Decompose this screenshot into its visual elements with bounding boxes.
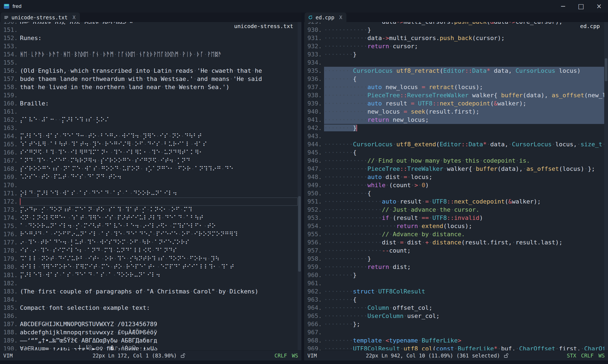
code-line[interactable]: 182. [0, 279, 298, 287]
code-line[interactable]: 955.················//·Advance·by·distan… [304, 230, 604, 238]
whitespace-dots: · [181, 133, 184, 139]
code-line[interactable]: 185.Compact·font·selection·example·text: [0, 304, 298, 312]
code-line[interactable]: 190.∀∂∈ℝ∧∪≡∞·↑↗↨↻⇣·┐┼╔╘░►☺♀·ﬁ�⑀₂ἠḂӥẄɐː⍎א… [0, 345, 298, 350]
code-line[interactable]: 963.········{ [304, 296, 604, 304]
tab-unicode-stress[interactable]: unicode-stress.txt X [1, 13, 80, 22]
tab-ed-cpp[interactable]: ed.cpp X [305, 13, 346, 22]
code-line[interactable]: 168.⡎⠊⠗⠕⠕⠛⠑⠰⠎·⠝⠁⠍⠑·⠺⠁⠎·⠛⠕⠕⠙·⠥⠏⠕⠝·⠰⡡⠁⠝⠛⠑⠂… [0, 165, 298, 173]
code-line[interactable]: 944.········CursorLocus·utf8_extend(Edit… [304, 140, 604, 148]
code-line[interactable]: 167.⠁⠝⠙·⠹⠑·⠡⠊⠑⠋·⠍⠳⠗⠝⠻⠲·⡎⠊⠗⠕⠕⠛⠑·⠎⠊⠛⠝⠫·⠊⠞⠲… [0, 157, 298, 165]
code-line[interactable]: 934. [304, 59, 604, 67]
scrollbar-thumb[interactable] [605, 58, 607, 81]
code-line[interactable]: 966.········}; [304, 320, 604, 328]
code-line[interactable]: 937.············auto·new_locus·=·retract… [304, 83, 604, 91]
code-line[interactable]: 165.⠱⠁⠞⠑⠧⠻·⠁⠃⠳⠞·⠹⠁⠞⠲·⡹⠑·⠗⠑⠛⠊⠌⠻·⠕⠋·⠙⠊⠎·⠃⠥… [0, 140, 298, 148]
code-line[interactable]: 178.⠊⠎·⠔·⠹⠑·⠎⠊⠍⠊⠇⠑⠆·⠁⠝⠙·⠍⠹·⠥⠝⠙⠁⠇⠇⠪⠫·⠙⠁⠝⠙… [0, 247, 298, 255]
code-line[interactable]: 176.⠗⠑⠛⠜⠙·⠁·⠊⠕⠋⠋⠔⠤⠝⠁⠊⠇·⠁⠎·⠹⠑·⠙⠑⠁⠙⠑⠌·⠏⠊⠑⠊… [0, 230, 298, 238]
code-line[interactable]: 961. [304, 279, 604, 287]
code-line[interactable]: 960.········} [304, 271, 604, 279]
code-line[interactable]: 950.············{ [304, 189, 604, 198]
tab-close-icon[interactable]: X [339, 14, 342, 20]
code-line[interactable]: 947.············PieceTree::TreeWalker·wa… [304, 165, 604, 173]
code-line[interactable]: 959.············return·dist; [304, 263, 604, 271]
code-line[interactable]: 969.········UTF8ColResult·utf8_col(const… [304, 345, 604, 350]
code-line[interactable]: 954.····················return·extend(lo… [304, 222, 604, 230]
code-line[interactable]: 154.ᚻᛖ·ᚳᚹᚫᚦ·ᚦᚫᛏ·ᚻᛖ·ᛒᚢᛞᛖ·ᚩᚾ·ᚦᚫᛗ·ᛚᚪᚾᛞᛖ·ᚾᚩᚱ… [0, 50, 298, 59]
code-line[interactable]: 179.⠩⠁⠇⠇·⠝⠕⠞·⠙⠊⠌⠥⠗⠃·⠊⠞⠂·⠕⠗·⠹⠑·⡊⠳⠝⠞⠗⠹⠰⠎·⠙… [0, 255, 298, 263]
whitespace-dots: ·· [54, 116, 62, 123]
code-line[interactable]: 157.bude·thaem·lande·northweardum·with·t… [0, 75, 298, 83]
token: :: [432, 100, 440, 107]
code-line[interactable]: 163. [0, 124, 298, 132]
code-line[interactable]: 946.············//·Find·out·how·many·byt… [304, 157, 604, 165]
code-line[interactable]: 938.············PieceTree::ReverseTreeWa… [304, 91, 604, 99]
code-line[interactable]: 189.–—‘“”„†•…‰™œŠŸž€·ΑΒΓΔΩαβγδω·АБВГДабв… [0, 336, 298, 345]
scrollbar-thumb[interactable] [298, 196, 301, 272]
editor-left[interactable]: 150.ሰው·እንደቤቱ·እንጅ·እንደ·ጉረቤቱ·አይተዳደርም።151.15… [0, 22, 301, 350]
code-line[interactable]: 945.········{ [304, 148, 604, 157]
code-line[interactable]: 155. [0, 59, 298, 67]
code-line[interactable]: 939.············auto·result·=·UTF8::next… [304, 99, 604, 108]
maximize-button[interactable]: □ [572, 0, 590, 13]
code-line[interactable]: 936.········{ [304, 75, 604, 83]
code-line[interactable]: 156.(Old·English,·which·transcribed·into… [0, 67, 298, 75]
whitespace-dots: · [126, 239, 130, 246]
code-line[interactable]: 177.⠔·⠹⠑·⠞⠗⠁⠙⠑⠲·⡃⠥⠞·⠹⠑·⠺⠊⠎⠙⠕⠍·⠕⠋·⠳⠗·⠁⠝⠊⠑… [0, 238, 298, 247]
code-line[interactable]: 180.⠺⠊⠇⠇·⠹⠻⠑⠋⠕⠗⠑·⠏⠻⠍⠊⠞·⠍⠑·⠞⠕·⠗⠑⠏⠑⠁⠞⠂·⠑⠍⠏… [0, 263, 298, 271]
whitespace-dots: · [99, 22, 103, 25]
code-line[interactable]: 940.············new_locus·=·seek(result.… [304, 108, 604, 116]
code-line[interactable]: 174.⠪⠝·⠅⠝⠪⠇⠫⠛⠑⠂·⠱⠁⠞·⠹⠻⠑·⠊⠎·⠏⠜⠞⠊⠊⠥⠇⠜⠇⠹·⠙⠑… [0, 214, 298, 222]
code-line[interactable]: 153. [0, 42, 298, 50]
code-line[interactable]: 159. [0, 91, 298, 99]
code-line[interactable]: 164.⡍⠜⠇⠑⠹·⠺⠁⠎·⠙⠑⠁⠙⠒·⠞⠕·⠃⠑⠛⠔·⠺⠊⠹⠲·⡹⠻⠑·⠊⠎·… [0, 132, 298, 140]
scrollbar-left[interactable] [298, 22, 301, 350]
code-line[interactable]: 967. [304, 328, 604, 336]
code-line[interactable]: 956.················dist·=·dist·+·distan… [304, 238, 604, 247]
code-line[interactable]: 184. [0, 296, 298, 304]
whitespace-dots: · [45, 51, 49, 58]
code-line[interactable]: 929.················data->multi_cursors.… [304, 22, 604, 26]
code-line[interactable]: 172. [0, 198, 298, 206]
code-line[interactable]: 173.⡍⠔⠙⠖·⡊·⠙⠕⠝⠰⠞·⠍⠑⠁⠝·⠞⠕·⠎⠁⠹·⠹⠁⠞·⡊·⠅⠝⠪⠂·… [0, 206, 298, 214]
code-line[interactable]: 175.⠁·⠙⠕⠕⠗⠤⠝⠁⠊⠇⠲·⡊·⠍⠊⠣⠞·⠙⠁⠧⠑·⠃⠑⠲·⠔⠊⠇⠔⠫⠂·… [0, 222, 298, 230]
code-line[interactable]: 962.········struct·UTF8ColResult [304, 287, 604, 296]
code-line[interactable]: 958.············} [304, 255, 604, 263]
code-line[interactable]: 162.⡌⠁⠧⠑·⠼⠁⠒··⡍⠜⠇⠑⠹⠰⠎·⡣⠕⠌ [0, 116, 298, 124]
code-line[interactable]: 183.(The·first·couple·of·paragraphs·of·"… [0, 287, 298, 296]
code-line[interactable]: 152.Runes: [0, 34, 298, 42]
code-line[interactable]: 943. [304, 132, 604, 140]
code-line[interactable]: 161. [0, 108, 298, 116]
code-line[interactable]: 932.············return·cursor; [304, 42, 604, 50]
code-line[interactable]: 181.⡍⠜⠇⠑⠹·⠺⠁⠎·⠁⠎·⠙⠑⠁⠙·⠁⠎·⠁·⠙⠕⠕⠗⠤⠝⠁⠊⠇⠲ [0, 271, 298, 279]
code-line[interactable]: 964.············Column·offset_col; [304, 304, 604, 312]
code-line[interactable]: 186. [0, 312, 298, 320]
code-line[interactable]: 160.Braille: [0, 99, 298, 108]
code-line[interactable]: 170. [0, 181, 298, 189]
code-line[interactable]: 169.⠡⠕⠎⠑·⠞⠕·⠏⠥⠞·⠙⠊⠎·⠙⠁⠝⠙·⠞⠕⠲ [0, 173, 298, 181]
code-line[interactable]: 166.⠎⠊⠛⠝⠫·⠃⠹·⠹⠑·⠊⠇⠻⠛⠹⠍⠁⠝⠂·⠹⠑·⠊⠇⠻⠅⠂·⠹⠑·⠥⠝… [0, 148, 298, 157]
code-line[interactable]: 930.············} [304, 26, 604, 34]
code-line[interactable]: 953.················if·(result·==·UTF8::… [304, 214, 604, 222]
code-line[interactable]: 952.················//·Just·advance·the·… [304, 206, 604, 214]
code-line[interactable]: 935.········CursorLocus·utf8_retract(Edi… [304, 67, 604, 75]
code-line[interactable]: 968.········template·<typename·BufferLik… [304, 336, 604, 345]
code-line[interactable]: 931.············data->multi_cursors.push… [304, 34, 604, 42]
scrollbar-right[interactable] [604, 22, 608, 350]
code-line[interactable]: 957.················--count; [304, 247, 604, 255]
editor-right[interactable]: 929.················data->multi_cursors.… [304, 22, 608, 350]
code-line[interactable]: 965.············UserColumn·user_col; [304, 312, 604, 320]
code-line[interactable]: 951.················auto·result·=·UTF8::… [304, 198, 604, 206]
pane-divider[interactable] [301, 13, 304, 360]
code-line[interactable]: 941.············return·new_locus; [304, 116, 604, 124]
code-line[interactable]: 933.········} [304, 50, 604, 59]
close-button[interactable]: × [590, 0, 608, 13]
tab-close-icon[interactable]: X [73, 14, 76, 20]
code-line[interactable]: 187.ABCDEFGHIJKLMNOPQRSTUVWXYZ·/01234567… [0, 320, 298, 328]
code-line[interactable]: 158.that·he·lived·in·the·northern·land·n… [0, 83, 298, 91]
code-line[interactable]: 948.············auto·dist·=·locus; [304, 173, 604, 181]
code-line[interactable]: 188.abcdefghijklmnopqrstuvwxyz·£©µÀÆÖÞßé… [0, 328, 298, 336]
code-line[interactable]: 171.⡕⠇⠙·⡍⠜⠇⠑⠹·⠺⠁⠎·⠁⠎·⠙⠑⠁⠙·⠁⠎·⠁·⠙⠕⠕⠗⠤⠝⠁⠊⠇… [0, 189, 298, 198]
code-line[interactable]: 949.············while·(count·>·0) [304, 181, 604, 189]
code-line[interactable]: 942.········} [304, 124, 604, 132]
minimize-button[interactable]: − [554, 0, 572, 13]
